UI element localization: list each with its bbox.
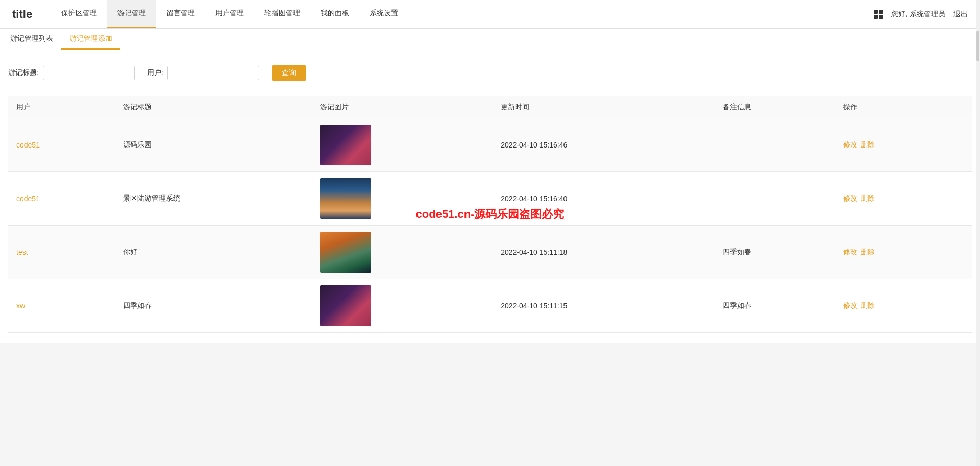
cell-remark-3: 四季如春 <box>715 279 835 333</box>
search-bar: 游记标题: 用户: 查询 <box>8 60 972 86</box>
cell-image-1 <box>312 172 493 226</box>
nav-item-carousel[interactable]: 轮播图管理 <box>254 0 310 28</box>
col-header-title: 游记标题 <box>115 96 312 118</box>
col-header-remark: 备注信息 <box>715 96 835 118</box>
admin-greeting: 您好, 系统管理员 <box>891 10 945 19</box>
user-link-3[interactable]: xw <box>16 302 25 310</box>
nav-item-settings[interactable]: 系统设置 <box>359 0 408 28</box>
cell-image-2 <box>312 226 493 279</box>
action-删除-2[interactable]: 删除 <box>861 248 875 256</box>
game-image-0 <box>320 125 371 165</box>
cell-time-0: 2022-04-10 15:16:46 <box>493 118 714 172</box>
header: title 保护区管理游记管理留言管理用户管理轮播图管理我的面板系统设置 您好,… <box>0 0 980 29</box>
col-header-user: 用户 <box>8 96 115 118</box>
user-link-0[interactable]: code51 <box>16 141 40 149</box>
nav-item-youji[interactable]: 游记管理 <box>107 0 156 28</box>
game-image-2 <box>320 232 371 273</box>
cell-image-3 <box>312 279 493 333</box>
col-header-image: 游记图片 <box>312 96 493 118</box>
title-label: 游记标题: <box>8 68 39 78</box>
user-link-1[interactable]: code51 <box>16 194 40 203</box>
col-header-actions: 操作 <box>835 96 972 118</box>
cell-time-1: 2022-04-10 15:16:40 <box>493 172 714 226</box>
table-row: code51源码乐园2022-04-10 15:16:46修改删除 <box>8 118 972 172</box>
data-table: 用户游记标题游记图片更新时间备注信息操作 code51源码乐园2022-04-1… <box>8 96 972 333</box>
game-image-3 <box>320 285 371 326</box>
table-row: code51景区陆游管理系统2022-04-10 15:16:40修改删除 <box>8 172 972 226</box>
site-title: title <box>0 8 51 21</box>
sub-nav: 游记管理列表游记管理添加 <box>0 29 980 50</box>
action-删除-3[interactable]: 删除 <box>861 301 875 309</box>
header-right: 您好, 系统管理员 退出 <box>862 10 980 19</box>
table-row: xw四季如春2022-04-10 15:11:15四季如春修改删除 <box>8 279 972 333</box>
page-scrollbar[interactable] <box>976 0 980 343</box>
action-修改-1[interactable]: 修改 <box>843 194 857 202</box>
cell-time-2: 2022-04-10 15:11:18 <box>493 226 714 279</box>
cell-user-3: xw <box>8 279 115 333</box>
action-删除-1[interactable]: 删除 <box>861 194 875 202</box>
cell-actions-3: 修改删除 <box>835 279 972 333</box>
main-nav: 保护区管理游记管理留言管理用户管理轮播图管理我的面板系统设置 <box>51 0 862 28</box>
table-header-row: 用户游记标题游记图片更新时间备注信息操作 <box>8 96 972 118</box>
cell-actions-0: 修改删除 <box>835 118 972 172</box>
col-header-update_time: 更新时间 <box>493 96 714 118</box>
nav-item-protection[interactable]: 保护区管理 <box>51 0 107 28</box>
sub-nav-item-add[interactable]: 游记管理添加 <box>61 29 120 50</box>
cell-title-2: 你好 <box>115 226 312 279</box>
nav-item-messages[interactable]: 留言管理 <box>156 0 205 28</box>
table-container: code51.cn-源码乐园盗图必究 用户游记标题游记图片更新时间备注信息操作 … <box>8 96 972 333</box>
table-body: code51源码乐园2022-04-10 15:16:46修改删除code51景… <box>8 118 972 333</box>
scrollbar-thumb <box>976 31 979 61</box>
cell-title-0: 源码乐园 <box>115 118 312 172</box>
cell-user-1: code51 <box>8 172 115 226</box>
action-修改-0[interactable]: 修改 <box>843 140 857 149</box>
cell-actions-2: 修改删除 <box>835 226 972 279</box>
logout-button[interactable]: 退出 <box>953 10 968 19</box>
user-label: 用户: <box>147 68 163 78</box>
cell-title-3: 四季如春 <box>115 279 312 333</box>
title-input[interactable] <box>43 66 135 80</box>
action-删除-0[interactable]: 删除 <box>861 140 875 149</box>
cell-image-0 <box>312 118 493 172</box>
action-修改-3[interactable]: 修改 <box>843 301 857 309</box>
table-row: test你好2022-04-10 15:11:18四季如春修改删除 <box>8 226 972 279</box>
cell-remark-2: 四季如春 <box>715 226 835 279</box>
nav-item-users[interactable]: 用户管理 <box>205 0 254 28</box>
grid-icon[interactable] <box>874 10 883 19</box>
search-button[interactable]: 查询 <box>272 65 306 81</box>
user-input[interactable] <box>167 66 259 80</box>
nav-item-dashboard[interactable]: 我的面板 <box>310 0 359 28</box>
table-header: 用户游记标题游记图片更新时间备注信息操作 <box>8 96 972 118</box>
cell-remark-0 <box>715 118 835 172</box>
action-修改-2[interactable]: 修改 <box>843 248 857 256</box>
cell-user-0: code51 <box>8 118 115 172</box>
cell-remark-1 <box>715 172 835 226</box>
cell-user-2: test <box>8 226 115 279</box>
cell-actions-1: 修改删除 <box>835 172 972 226</box>
user-search-field: 用户: <box>147 66 259 80</box>
cell-time-3: 2022-04-10 15:11:15 <box>493 279 714 333</box>
cell-title-1: 景区陆游管理系统 <box>115 172 312 226</box>
user-link-2[interactable]: test <box>16 248 28 256</box>
game-image-1 <box>320 178 371 219</box>
sub-nav-item-list[interactable]: 游记管理列表 <box>8 29 61 50</box>
main-content: 游记标题: 用户: 查询 code51.cn-源码乐园盗图必究 用户游记标题游记… <box>0 50 980 343</box>
title-search-field: 游记标题: <box>8 66 135 80</box>
